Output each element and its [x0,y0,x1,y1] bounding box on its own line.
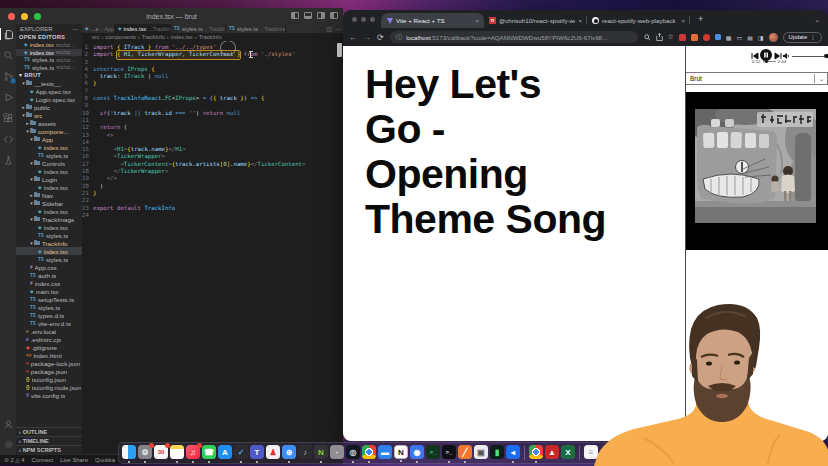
dock-chrome-icon[interactable] [362,445,376,459]
vscode-titlebar[interactable]: index.tsx — brut [0,8,343,24]
tree-item-Nav[interactable]: ▸Nav [16,191,82,199]
editor-tab-styles.ts[interactable]: TSstyles.ts...TrackImage [226,24,286,33]
explorer-icon[interactable] [2,28,14,40]
editor-tab-...x[interactable]: ◈...x...App● [82,24,115,33]
open-editor-item[interactable]: ◈index.tsxsrc/co... [16,41,82,49]
new-tab-button[interactable]: + [698,15,703,24]
dock-photo-booth-icon[interactable]: ▣ [474,445,488,459]
back-button[interactable]: ← [349,33,357,42]
tree-item-index.css[interactable]: #index.css [16,279,82,287]
extension-icon-orange[interactable] [691,34,698,41]
status-quokka[interactable]: Quokka [95,457,115,463]
tree-item-styles.ts[interactable]: TSstyles.ts [16,151,82,159]
tree-item-assets[interactable]: ▸assets [16,119,82,127]
tree-item-tsconfig.node.json[interactable]: {}tsconfig.node.json [16,383,82,391]
tree-item-Login[interactable]: ▾Login [16,175,82,183]
dock-preview-icon[interactable]: ♟ [266,445,280,459]
breadcrumb-index.tsx[interactable]: index.tsx [171,34,193,40]
section-npm-scripts[interactable]: ›NPM SCRIPTS [16,445,82,454]
volume-slider[interactable] [792,56,824,57]
dock-music-icon[interactable]: ♫ [186,445,200,459]
browser-tab[interactable]: n@chrisuh10/react-spotify-we× [484,13,587,28]
code-editor[interactable]: 1import { ITrack } from '../../types'2im… [82,41,343,454]
breadcrumb-TrackInfo[interactable]: TrackInfo [142,34,165,40]
toggle-panel-icon[interactable] [291,12,299,19]
dock-things-icon[interactable]: ✓ [234,445,248,459]
tree-item-index.tsx[interactable]: ◈index.tsx [16,207,82,215]
dock-chrome-2-icon[interactable] [529,445,543,459]
dock-calendar-icon[interactable]: 30 [154,445,168,459]
tree-item-App.spec.tsx[interactable]: ◈App.spec.tsx [16,87,82,95]
dock-settings-icon[interactable]: ⚙ [138,445,152,459]
toggle-bottom-icon[interactable] [304,12,312,19]
dock-whatsapp-icon[interactable]: ☎ [202,445,216,459]
status-live-share[interactable]: Live Share [60,457,88,463]
dock-obs-icon[interactable]: ◎ [346,445,360,459]
dock-flow-icon[interactable]: ▬ [378,445,392,459]
tree-item-tests[interactable]: ▾__tests__ [16,79,82,87]
extensions-puzzle-icon[interactable]: ▦ [726,34,732,41]
tree-item-index.tsx[interactable]: ◈index.tsx [16,247,82,255]
dock-signal-icon[interactable]: ◉ [410,445,424,459]
extension-icon-dot[interactable] [703,34,710,41]
dock-node-icon[interactable]: N [314,445,328,459]
editor-tab-styles.ts[interactable]: TSstyles.ts...TrackInfo [171,24,226,33]
meet-icon[interactable]: ▤ [747,34,753,41]
address-bar[interactable]: ⓘ localhost:5173/callback?code=AQANNWDWD… [390,31,638,43]
tree-item-auth.ts[interactable]: TSauth.ts [16,271,82,279]
remote-icon[interactable] [2,133,14,145]
tree-item-.gitignore[interactable]: ◆.gitignore [16,343,82,351]
tree-item-App[interactable]: ▾App [16,135,82,143]
bookmark-star-icon[interactable]: ☆ [668,33,674,41]
site-info-icon[interactable]: ⓘ [396,33,403,42]
dock-finder-icon[interactable] [122,445,136,459]
seek-track[interactable] [763,61,776,62]
tree-item-.env.local[interactable]: ≡.env.local [16,327,82,335]
tree-item-styles.ts[interactable]: TSstyles.ts [16,303,82,311]
side-panel-icon[interactable]: ◨ [758,34,764,41]
run-debug-icon[interactable] [2,91,14,103]
tree-item-src[interactable]: ▾src [16,111,82,119]
cast-icon[interactable]: ▭ [736,34,742,41]
tree-item-viteenv.d.ts[interactable]: TSvite-env.d.ts [16,319,82,327]
tree-item-setupTests.ts[interactable]: TSsetupTests.ts [16,295,82,303]
search-icon[interactable] [2,49,14,61]
progress-bar[interactable]: 0:12 2:44 [752,59,786,64]
section-timeline[interactable]: ›TIMELINE [16,436,82,445]
dock-notes-icon[interactable] [170,445,184,459]
dock-iterm-icon[interactable]: >_ [442,445,456,459]
close-tab-icon[interactable]: × [475,18,479,24]
status-connect[interactable]: Connect [32,457,54,463]
customize-layout-icon[interactable] [330,12,338,19]
dock-utility-icon[interactable]: · [330,445,344,459]
dock-code-blue-icon[interactable]: ◂ [506,445,520,459]
open-editor-item[interactable]: ◈index.tsxsrc/co... [16,49,82,57]
testing-icon[interactable] [2,154,14,166]
tree-item-TrackInfo[interactable]: ▾TrackInfo [16,239,82,247]
zoom-icon[interactable] [644,34,651,41]
breadcrumb-TrackInfo[interactable]: TrackInfo [199,34,222,40]
forward-button[interactable]: → [363,33,371,42]
tree-item-main.tsx[interactable]: ◈main.tsx [16,287,82,295]
editor-tab-index.tsx[interactable]: ◈index.tsx...TrackInfo× [115,24,171,33]
volume-knob[interactable] [824,54,828,59]
close-tab-icon[interactable]: × [681,18,685,24]
breadcrumb-src[interactable]: src [92,34,99,40]
extension-icon-blue[interactable] [715,34,721,40]
tree-item-vite.config.ts[interactable]: Vvite.config.ts [16,391,82,399]
dock-zed-icon[interactable]: ╱ [458,445,472,459]
open-editor-item[interactable]: TSstyles.tssrc/co... [16,64,82,72]
tree-item-types.d.ts[interactable]: TStypes.d.ts [16,311,82,319]
device-select[interactable]: Brut ⌄ [686,72,828,85]
close-tab-icon[interactable]: × [578,18,582,24]
split-editor-icon[interactable]: ◫ [326,25,332,32]
tree-item-Controls[interactable]: ▾Controls [16,159,82,167]
breadcrumb-components[interactable]: components [105,34,135,40]
update-button[interactable]: Update⋮ [783,32,823,43]
dock-terminal-green-icon[interactable]: >_ [426,445,440,459]
tab-search-chevron-icon[interactable]: ⌄ [814,16,820,24]
tree-item-TrackImage[interactable]: ▾TrackImage [16,215,82,223]
tree-item-index.tsx[interactable]: ◈index.tsx [16,183,82,191]
browser-tab[interactable]: Vite + React + TS× [381,13,484,28]
tree-item-index.tsx[interactable]: ◈index.tsx [16,167,82,175]
